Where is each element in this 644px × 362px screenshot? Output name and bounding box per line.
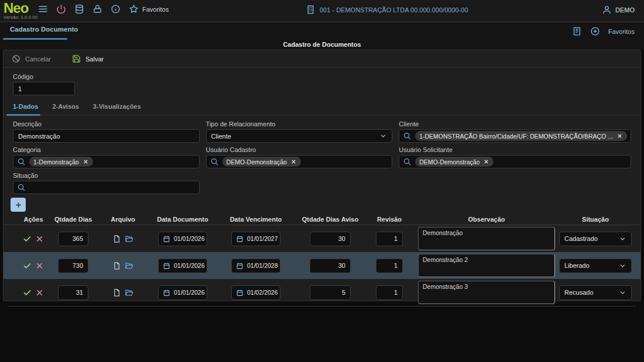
add-favorite-icon[interactable] <box>590 26 600 36</box>
delete-row-icon[interactable] <box>35 261 44 270</box>
data-vencimento-value: 01/01/2027 <box>247 235 278 242</box>
save-label: Salvar <box>85 56 104 63</box>
situacao-search-field[interactable] <box>13 181 200 194</box>
table-row[interactable]: 01/01/2026 01/01/2027 Demonstração Cadas… <box>4 225 640 252</box>
power-icon[interactable] <box>56 4 66 14</box>
clear-icon[interactable] <box>616 133 623 139</box>
codigo-input[interactable] <box>13 82 75 95</box>
data-documento-picker[interactable]: 01/01/2026 <box>158 285 207 300</box>
version-label: Versão: 1.0.0.00 <box>4 15 76 20</box>
qtdade-dias-aviso-input[interactable] <box>310 285 351 300</box>
data-vencimento-picker[interactable]: 01/02/2026 <box>231 285 280 300</box>
table-row[interactable]: 01/01/2026 01/01/2028 Demonstração 2 Lib… <box>4 252 640 279</box>
clear-icon[interactable] <box>483 158 489 165</box>
situacao-value: Liberado <box>564 262 590 269</box>
usuario-cadastro-chip-text: DEMO-Demonstração <box>227 158 287 166</box>
subtab-avisos[interactable]: 2-Avisos <box>52 103 78 115</box>
situacao-select[interactable]: Recusado <box>559 285 632 300</box>
menu-icon[interactable] <box>38 4 48 14</box>
open-folder-icon[interactable] <box>125 261 133 270</box>
subtab-dados[interactable]: 1-Dados <box>13 103 38 115</box>
topbar: Neo Versão: 1.0.0.00 Favoritos 001 - DEM… <box>0 0 644 22</box>
situacao-select[interactable]: Cadastrado <box>559 232 632 246</box>
info-icon[interactable] <box>111 4 121 14</box>
clear-icon[interactable] <box>83 158 89 165</box>
revisao-input[interactable] <box>376 285 403 300</box>
document-log-icon[interactable] <box>572 26 582 36</box>
subtab-visualizacoes[interactable]: 3-Visualizações <box>93 103 141 115</box>
favoritos-strip-label[interactable]: Favoritos <box>608 28 635 35</box>
calendar-icon <box>163 289 170 297</box>
header-arquivo: Arquivo <box>96 216 150 223</box>
favoritos-topbar-button[interactable]: Favoritos <box>129 4 169 14</box>
tab-cadastro-documento[interactable]: Cadastro Documento <box>10 26 78 33</box>
calendar-icon <box>236 262 244 270</box>
situacao-value: Recusado <box>564 289 594 296</box>
situacao-select[interactable]: Liberado <box>559 258 632 273</box>
save-icon <box>72 54 81 63</box>
data-vencimento-value: 01/02/2026 <box>247 289 278 296</box>
cancel-icon <box>12 54 20 63</box>
user-menu[interactable]: DEMO <box>602 5 635 15</box>
observacao-textarea[interactable]: Demonstração <box>418 227 555 250</box>
open-folder-icon[interactable] <box>125 235 133 243</box>
calendar-icon <box>163 262 170 270</box>
cancel-button[interactable]: Cancelar <box>12 54 51 63</box>
confirm-row-icon[interactable] <box>23 235 32 243</box>
descricao-input[interactable] <box>13 129 200 143</box>
add-row-button[interactable] <box>11 198 26 212</box>
save-button[interactable]: Salvar <box>72 54 104 63</box>
revisao-input[interactable] <box>376 258 403 273</box>
company-label: 001 - DEMONSTRAÇÃO LTDA 00.000.000/0000-… <box>320 6 468 13</box>
observacao-textarea[interactable]: Demonstração 2 <box>418 254 555 277</box>
situacao-label: Situação <box>13 172 200 179</box>
delete-row-icon[interactable] <box>35 235 44 243</box>
data-vencimento-picker[interactable]: 01/01/2028 <box>231 258 280 273</box>
open-folder-icon[interactable] <box>125 288 133 297</box>
database-icon[interactable] <box>74 4 84 14</box>
header-observacao: Observação <box>415 216 559 223</box>
observacao-textarea[interactable]: Demonstração 3 <box>418 281 555 304</box>
search-icon <box>17 157 26 166</box>
table-header: Ações Qtdade Dias Arquivo Data Documento… <box>4 213 640 225</box>
data-documento-value: 01/01/2026 <box>174 289 205 296</box>
chevron-down-icon <box>379 132 387 140</box>
usuario-cadastro-search-field[interactable]: DEMO-Demonstração <box>206 155 393 168</box>
delete-row-icon[interactable] <box>35 288 44 297</box>
calendar-icon <box>236 289 244 297</box>
plus-icon <box>14 201 23 209</box>
header-revisao: Revisão <box>364 216 415 223</box>
header-qtdade-dias-aviso: Qtdade Dias Aviso <box>296 216 364 223</box>
qtdade-dias-aviso-input[interactable] <box>310 258 351 273</box>
active-tab-underline <box>3 38 67 40</box>
tipo-relacionamento-value: Cliente <box>211 133 231 140</box>
usuario-solicitante-search-field[interactable]: DEMO-Demonstração <box>399 155 631 168</box>
company-selector[interactable]: 001 - DEMONSTRAÇÃO LTDA 00.000.000/0000-… <box>306 5 468 15</box>
cliente-search-field[interactable]: 1-DEMONSTRAÇÃO Bairro/Cidade/UF: DEMONST… <box>399 129 631 143</box>
chevron-down-icon <box>619 235 626 243</box>
attach-file-icon[interactable] <box>112 235 121 243</box>
lock-icon[interactable] <box>93 4 102 14</box>
cliente-chip-text: 1-DEMONSTRAÇÃO Bairro/Cidade/UF: DEMONST… <box>419 133 613 140</box>
usuario-cadastro-label: Usuário Cadastro <box>206 146 393 153</box>
qtdade-dias-input[interactable] <box>58 232 88 246</box>
data-documento-picker[interactable]: 01/01/2026 <box>158 258 207 273</box>
cliente-chip: 1-DEMONSTRAÇÃO Bairro/Cidade/UF: DEMONST… <box>415 131 627 141</box>
attach-file-icon[interactable] <box>112 261 121 270</box>
data-documento-picker[interactable]: 01/01/2026 <box>158 232 207 246</box>
favoritos-topbar-label: Favoritos <box>142 6 169 13</box>
data-documento-value: 01/01/2026 <box>174 235 205 242</box>
table-row[interactable]: 01/01/2026 01/02/2026 Demonstração 3 Rec… <box>4 279 640 306</box>
qtdade-dias-aviso-input[interactable] <box>310 232 351 246</box>
confirm-row-icon[interactable] <box>23 261 32 270</box>
qtdade-dias-input[interactable] <box>58 285 88 300</box>
data-vencimento-picker[interactable]: 01/01/2027 <box>231 232 280 246</box>
revisao-input[interactable] <box>376 232 403 246</box>
qtdade-dias-input[interactable] <box>58 258 88 273</box>
confirm-row-icon[interactable] <box>23 288 32 297</box>
categoria-search-field[interactable]: 1-Demonstração <box>13 155 200 168</box>
clear-icon[interactable] <box>290 158 297 165</box>
tipo-relacionamento-select[interactable]: Cliente <box>206 129 393 143</box>
attach-file-icon[interactable] <box>112 288 121 297</box>
field-cliente: Cliente 1-DEMONSTRAÇÃO Bairro/Cidade/UF:… <box>399 120 631 143</box>
